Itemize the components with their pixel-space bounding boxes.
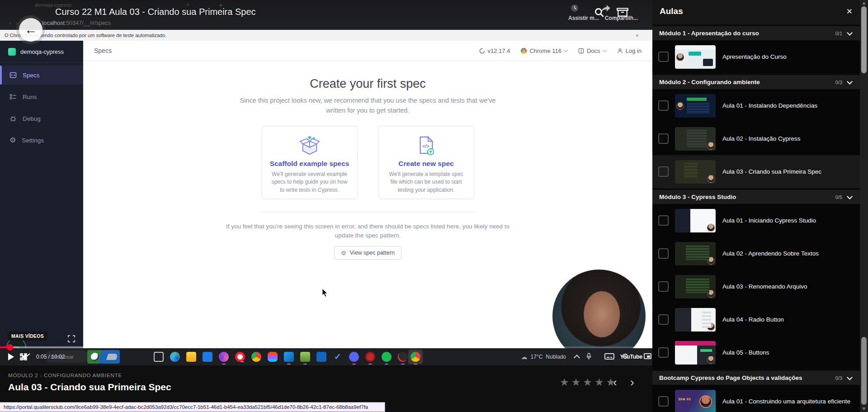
module-header[interactable]: Módulo 1 - Apresentação do curso 0/1 [652,26,860,40]
module-label: MÓDULO 2 - CONFIGURANDO AMBIENTE [8,373,122,378]
progress-badge: 0/3 [835,80,842,85]
new-spec-file-icon: </> [418,136,434,155]
sidebar-close-icon[interactable]: ✕ [846,7,853,16]
lesson-item[interactable]: Apresentação do Curso [652,40,860,73]
chevron-down-icon [847,194,853,199]
module-header[interactable]: Módulo 3 - Cypress Studio 0/5 [652,190,860,204]
mic-icon [586,353,592,360]
lesson-checkbox[interactable] [658,248,669,259]
view-spec-pattern-button[interactable]: ⚙ View spec pattern [334,246,401,260]
project-row[interactable]: demoqa-cypress [0,41,83,63]
lesson-item[interactable]: Aula 03 - Renomeando Arquivo [652,270,860,303]
project-icon [8,48,16,56]
empty-state-subtitle: Since this project looks new, we recomme… [232,95,504,116]
lesson-checkbox[interactable] [658,100,669,111]
lesson-item-current[interactable]: Aula 03 - Criando sua Primeira Spec [652,155,860,188]
page-title: Specs [94,47,112,54]
scrollbar-up-arrow[interactable] [862,2,866,5]
lesson-item-title: Aula 02 - Aprendendo Sobre Textos [722,250,819,257]
debug-bug-icon [9,115,17,122]
lesson-item[interactable]: Aula 05 - Buttons [652,336,860,369]
lesson-item-title: Aula 04 - Radio Button [722,316,784,323]
lesson-item[interactable]: DIA 01 Aula 01 - Construindo uma arquite… [652,385,860,412]
miniplayer-icon[interactable] [644,353,651,359]
watch-later-icon[interactable] [570,4,579,13]
lesson-checkbox[interactable] [658,396,669,407]
scaffold-card-desc: We'll generate several example specs to … [269,170,350,194]
version-badge[interactable]: v12.17.4 [479,47,510,54]
docs-menu[interactable]: Docs [578,47,606,54]
lesson-item[interactable]: Aula 01 - Iniciando Cypress Studio [652,204,860,237]
create-new-spec-card[interactable]: </> Create new spec We'll generate a tem… [378,126,474,199]
chevron-down-icon [847,374,853,380]
star-icon[interactable]: ★ [583,376,594,388]
module-section: Módulo 3 - Cypress Studio 0/5 Aula 01 - … [652,190,860,369]
sidebar-item-debug[interactable]: Debug [0,109,83,128]
rating-stars[interactable]: ★★★★★ [560,376,618,388]
sidebar-item-specs[interactable]: Specs [0,66,83,85]
downloads-box-icon[interactable] [616,6,629,18]
lesson-checkbox[interactable] [658,166,669,177]
previous-lesson-button[interactable]: ‹ [613,375,617,389]
chrome-icon [251,352,261,362]
subtitles-icon[interactable] [604,353,614,360]
notice-close-icon[interactable]: × [635,32,639,39]
lesson-thumbnail [675,275,716,298]
progress-bar[interactable] [0,346,652,348]
scrollbar-thumb[interactable] [861,6,867,73]
lesson-item[interactable]: Aula 04 - Radio Button [652,303,860,336]
scaffold-specs-card[interactable]: Scaffold example specs We'll generate se… [262,126,358,199]
edge-icon [170,352,180,362]
new-spec-card-desc: We'll generate a template spec file whic… [386,170,467,194]
volume-muted-icon[interactable] [21,353,32,361]
more-videos-tooltip[interactable]: MAIS VÍDEOS [8,331,47,341]
task-view-icon [154,352,164,362]
lesson-item-title: Apresentação do Curso [722,53,787,60]
back-arrow-icon: ← [24,23,37,37]
mouse-cursor [322,288,328,297]
lesson-item-title: Aula 01 - Instalando Dependências [722,102,817,109]
module-header[interactable]: Bootcamp Cypress do Page Objects a valid… [652,371,860,385]
lesson-item-title: Aula 02 - Instalação Cypress [722,135,801,142]
module-title: Módulo 1 - Apresentação do curso [659,30,759,37]
ms-store-icon [203,352,212,362]
scrollbar-down-arrow[interactable] [862,407,866,410]
cypress-logo-icon [479,48,485,54]
lesson-item[interactable]: Aula 02 - Instalação Cypress [652,122,860,155]
lesson-item[interactable]: Aula 01 - Instalando Dependências [652,89,860,122]
lesson-item[interactable]: Aula 02 - Aprendendo Sobre Textos [652,237,860,270]
view-spec-pattern-label: View spec pattern [350,250,395,256]
star-icon[interactable]: ★ [560,376,571,388]
fullscreen-corners-icon[interactable] [68,335,75,342]
runs-icon [9,93,17,100]
scrollbar-thumb-inner[interactable] [861,337,867,405]
sidebar-item-label: Runs [23,94,37,100]
lesson-checkbox[interactable] [658,281,669,292]
lesson-item-title: Aula 01 - Construindo uma arquitetura ef… [722,398,850,405]
lesson-checkbox[interactable] [658,52,669,62]
video-player[interactable]: demoqa-cypress × + ‹ › ↻ ⓘ localhost:503… [0,0,652,365]
star-icon[interactable]: ★ [571,376,583,388]
lesson-checkbox[interactable] [658,133,669,144]
youtube-logo[interactable]: YouTube [620,354,642,360]
sidebar-item-settings[interactable]: ⚙ Settings [0,131,83,150]
page-scrollbar[interactable] [860,0,868,412]
lesson-checkbox[interactable] [658,347,669,358]
lesson-checkbox[interactable] [658,314,669,325]
progress-badge: 0/1 [835,31,842,36]
lesson-item-title: Aula 03 - Renomeando Arquivo [722,283,807,290]
login-button[interactable]: Log in [617,47,642,54]
module-header[interactable]: Módulo 2 - Configurando ambiente 0/3 [652,75,860,89]
share-icon[interactable] [601,5,611,13]
lesson-checkbox[interactable] [658,215,669,226]
sidebar-item-runs[interactable]: Runs [0,87,83,106]
star-icon[interactable]: ★ [594,376,606,388]
progress-knob[interactable] [7,344,13,350]
play-button[interactable] [8,353,14,360]
next-lesson-button[interactable]: › [630,375,634,389]
back-button[interactable]: ← [19,18,42,42]
chevron-down-icon [564,48,568,52]
browser-select[interactable]: Chrome 116 [521,47,567,54]
empty-state-title: Create your first spec [83,77,652,91]
video-title: Curso 22 M1 Aula 03 - Criando sua Primei… [55,7,256,17]
